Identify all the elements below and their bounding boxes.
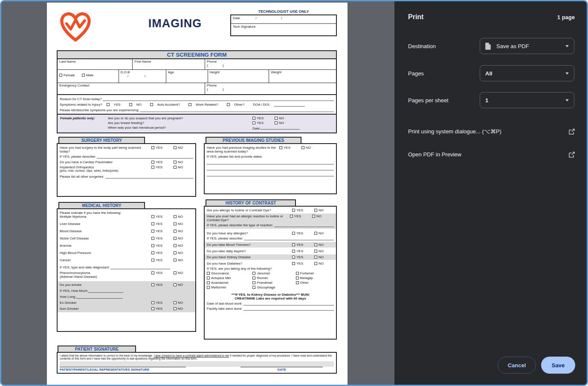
allergies-describe-line[interactable] — [244, 236, 334, 240]
no-checkbox[interactable]: NO — [174, 229, 193, 233]
no-checkbox[interactable]: NO — [314, 262, 334, 265]
no-checkbox[interactable]: NO — [314, 249, 334, 253]
reaction-describe-label: If YES, please describe the type of reac… — [207, 223, 273, 227]
no-checkbox[interactable]: NO — [174, 301, 193, 305]
yes-checkbox[interactable]: YES — [292, 255, 314, 259]
yes-checkbox[interactable]: YES — [151, 236, 174, 240]
yes-checkbox[interactable]: YES — [252, 116, 275, 120]
no-checkbox[interactable]: NO — [314, 231, 334, 235]
yes-checkbox[interactable]: YES — [151, 229, 174, 233]
surgery-history-section: SURGERY HISTORY Have you had surgery to … — [57, 137, 196, 197]
dates-line[interactable] — [207, 158, 334, 164]
yes-checkbox[interactable]: YES — [292, 249, 314, 253]
yes-checkbox[interactable]: YES — [151, 165, 174, 169]
med-checkbox[interactable]: Prandimet — [252, 281, 295, 285]
yes-checkbox[interactable]: YES — [151, 307, 174, 311]
med-checkbox[interactable]: Actoplus Met — [207, 276, 252, 280]
auto-accident-checkbox[interactable]: Auto Accident? — [150, 103, 184, 107]
yes-checkbox[interactable]: YES — [151, 244, 174, 248]
pages-value: All — [485, 70, 565, 77]
med-checkbox[interactable]: Fortamet — [296, 271, 334, 275]
med-checkbox[interactable]: Metaglip — [296, 276, 334, 280]
reason-input-line[interactable] — [103, 97, 334, 101]
yes-checkbox[interactable]: YES — [151, 160, 174, 164]
male-checkbox[interactable]: Male — [82, 73, 93, 77]
no-checkbox[interactable]: NO — [174, 244, 193, 248]
yes-checkbox[interactable]: YES — [151, 251, 174, 255]
dates-line[interactable] — [207, 170, 334, 176]
no-checkbox[interactable]: NO — [174, 258, 193, 262]
save-button[interactable]: Save — [541, 357, 575, 374]
cancel-button[interactable]: Cancel — [498, 357, 536, 374]
yes-checkbox[interactable]: YES — [151, 215, 174, 219]
no-checkbox[interactable]: NO — [174, 236, 193, 240]
female-patients-section: Female patients only: Are you or do you … — [58, 115, 336, 133]
how-long-line[interactable] — [76, 295, 123, 299]
other-surgeries-line[interactable] — [105, 175, 194, 179]
name-row: Last Name First Name Phone ( ) — [58, 59, 336, 70]
yes-checkbox[interactable]: YES — [151, 301, 174, 305]
no-checkbox[interactable]: NO — [314, 243, 334, 247]
med-checkbox[interactable]: Other — [296, 281, 334, 285]
system-dialog-link[interactable]: Print using system dialogue... (⌥⌘P) — [408, 128, 575, 135]
med-checkbox[interactable]: Riomet — [252, 276, 295, 280]
how-much-line[interactable] — [88, 289, 123, 293]
diagnosed-line[interactable] — [110, 265, 170, 269]
no-checkbox[interactable]: NO — [174, 271, 193, 275]
yes-checkbox[interactable]: YES — [292, 243, 314, 247]
no-checkbox[interactable]: NO — [301, 146, 321, 153]
dates-line[interactable] — [207, 164, 334, 170]
reaction-describe-line[interactable] — [274, 223, 334, 227]
injury-yes-checkbox[interactable]: YES — [107, 103, 125, 107]
pages-dropdown[interactable]: All — [480, 65, 574, 81]
yes-checkbox[interactable]: YES — [290, 214, 312, 222]
female-checkbox[interactable]: Female — [59, 73, 75, 77]
blood-work-line[interactable] — [243, 302, 334, 305]
surgery-describe-line[interactable] — [97, 155, 193, 158]
yes-checkbox[interactable]: YES — [151, 271, 174, 275]
yes-checkbox[interactable]: YES — [151, 258, 174, 262]
other-surgeries-label: Please list all other surgeries: — [60, 175, 104, 179]
signature-area[interactable] — [60, 361, 334, 367]
yes-checkbox[interactable]: YES — [252, 121, 275, 125]
med-checkbox[interactable]: Glucovance — [207, 271, 252, 275]
med-checkbox[interactable]: Glucophage — [252, 285, 295, 289]
kidney-disease-question: Do you have Kidney Disease — [207, 255, 292, 259]
doa-doi-input-line[interactable] — [274, 103, 305, 107]
no-checkbox[interactable]: NO — [314, 255, 334, 259]
other-checkbox[interactable]: Other? — [227, 103, 249, 107]
yes-checkbox[interactable]: YES — [151, 222, 174, 226]
no-checkbox[interactable]: NO — [174, 215, 193, 219]
no-checkbox[interactable]: NO — [275, 121, 294, 125]
injury-no-checkbox[interactable]: NO — [129, 103, 146, 107]
yes-checkbox[interactable]: YES — [151, 146, 174, 153]
no-checkbox[interactable]: NO — [174, 307, 193, 311]
no-checkbox[interactable]: NO — [174, 165, 193, 169]
yes-checkbox[interactable]: YES — [292, 262, 314, 265]
checkbox-icon[interactable] — [82, 74, 85, 77]
yes-checkbox[interactable]: YES — [292, 231, 314, 235]
allergic-reaction-question: Have you ever had an allergic reaction t… — [207, 214, 290, 222]
facility-labs-line[interactable] — [243, 307, 334, 311]
med-checkbox[interactable]: Janumet — [252, 271, 295, 275]
no-checkbox[interactable]: NO — [275, 116, 294, 120]
symptoms-input-line[interactable] — [140, 108, 334, 112]
no-checkbox[interactable]: NO — [174, 160, 193, 164]
pages-per-sheet-dropdown[interactable]: 1 — [480, 92, 574, 108]
yes-checkbox[interactable]: YES — [279, 146, 301, 153]
no-checkbox[interactable]: NO — [314, 208, 334, 212]
no-checkbox[interactable]: NO — [174, 146, 193, 153]
destination-dropdown[interactable]: Save as PDF — [480, 38, 574, 54]
no-checkbox[interactable]: NO — [174, 251, 193, 255]
open-pdf-preview-link[interactable]: Open PDF in Preview — [408, 151, 575, 158]
no-checkbox[interactable]: NO — [174, 222, 193, 226]
no-checkbox[interactable]: NO — [312, 214, 332, 222]
checkbox-icon[interactable] — [59, 74, 62, 77]
med-checkbox[interactable]: Avandamet — [207, 281, 252, 285]
med-checkbox[interactable]: Metformin — [207, 285, 252, 289]
work-related-checkbox[interactable]: Work Related? — [188, 103, 223, 107]
yes-checkbox[interactable]: YES — [151, 283, 174, 287]
yes-checkbox[interactable]: YES — [292, 208, 314, 212]
date-input-line[interactable] — [261, 126, 300, 130]
no-checkbox[interactable]: NO — [174, 283, 193, 287]
